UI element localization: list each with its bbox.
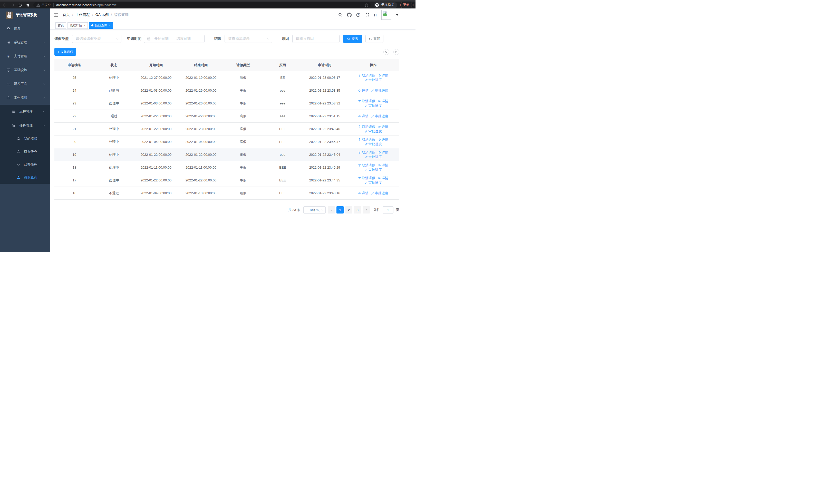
cancel-leave-link[interactable]: 取消请假 bbox=[358, 163, 375, 168]
tab-leave-query[interactable]: 请假查询 × bbox=[89, 22, 113, 29]
sidebar-collapse-icon[interactable] bbox=[54, 12, 58, 18]
reset-button[interactable]: 重置 bbox=[366, 35, 383, 43]
sidebar-item-home[interactable]: 首页 bbox=[0, 22, 50, 35]
fullscreen-icon[interactable] bbox=[365, 12, 370, 17]
chevron-down-icon bbox=[43, 41, 46, 44]
browser-menu-icon[interactable] bbox=[411, 4, 412, 7]
cancel-leave-link[interactable]: 取消请假 bbox=[358, 150, 375, 155]
approval-progress-link[interactable]: 审批进度 bbox=[371, 114, 388, 119]
url-domain[interactable]: dashboard.yudao.iocoder.cn bbox=[56, 3, 96, 7]
cancel-leave-link[interactable]: 取消请假 bbox=[358, 73, 375, 78]
cell-start: 2022-01-11 00:00:00 bbox=[134, 161, 179, 174]
next-page-button[interactable] bbox=[363, 206, 370, 213]
sidebar-item-dev-tools[interactable]: 研发工具 bbox=[0, 77, 50, 91]
detail-link[interactable]: 详情 bbox=[378, 99, 388, 103]
refresh-table-button[interactable] bbox=[394, 49, 399, 55]
tab-process-detail[interactable]: 流程详情 × bbox=[67, 22, 88, 29]
goto-page-input[interactable]: 1 bbox=[383, 206, 394, 213]
app-logo bbox=[6, 11, 13, 19]
sidebar-item-todo-tasks[interactable]: 待办任务 bbox=[0, 145, 50, 158]
approval-progress-link[interactable]: 审批进度 bbox=[365, 168, 382, 172]
approval-progress-link[interactable]: 审批进度 bbox=[365, 180, 382, 185]
cancel-leave-link[interactable]: 取消请假 bbox=[358, 124, 375, 129]
detail-link[interactable]: 详情 bbox=[378, 176, 388, 180]
detail-link[interactable]: 详情 bbox=[378, 150, 388, 155]
prev-page-button[interactable] bbox=[328, 206, 335, 213]
page-content: 请假类型 请选择请假类型 申请时间 开始日期 - 结束日期 结果 请选择流结果 bbox=[50, 30, 416, 252]
result-select[interactable]: 请选择流结果 bbox=[225, 35, 272, 43]
leave-type-select[interactable]: 请选择请假类型 bbox=[72, 35, 121, 43]
cancel-leave-link[interactable]: 取消请假 bbox=[358, 137, 375, 142]
sidebar-item-label: 首页 bbox=[14, 26, 21, 31]
font-size-icon[interactable]: tT bbox=[374, 13, 377, 17]
trash-icon bbox=[358, 74, 361, 77]
page-size-select[interactable]: 10条/页 bbox=[303, 206, 326, 213]
reason-input[interactable]: 请输入原因 bbox=[292, 35, 340, 43]
cell-start: 2022-01-04 00:00:00 bbox=[134, 136, 179, 148]
pen-icon bbox=[371, 115, 374, 118]
approval-progress-link[interactable]: 审批进度 bbox=[371, 191, 388, 196]
approval-progress-link[interactable]: 审批进度 bbox=[371, 88, 388, 93]
approval-progress-link[interactable]: 审批进度 bbox=[365, 129, 382, 134]
forward-icon[interactable] bbox=[10, 3, 15, 7]
page-button-2[interactable]: 2 bbox=[345, 206, 352, 213]
search-button[interactable]: 搜索 bbox=[343, 35, 362, 43]
detail-link[interactable]: 详情 bbox=[358, 114, 369, 119]
close-icon[interactable]: × bbox=[84, 22, 85, 29]
approval-progress-link[interactable]: 审批进度 bbox=[365, 142, 382, 147]
toggle-search-button[interactable] bbox=[383, 49, 389, 55]
update-label[interactable]: 更新 bbox=[403, 3, 409, 7]
sidebar-item-leave-query[interactable]: 请假查询 bbox=[0, 171, 50, 184]
page-button-3[interactable]: 3 bbox=[354, 206, 361, 213]
search-icon[interactable] bbox=[338, 12, 343, 17]
approval-progress-link[interactable]: 审批进度 bbox=[365, 155, 382, 159]
url-path[interactable]: /bpm/oa/leave bbox=[96, 3, 117, 7]
create-leave-button[interactable]: + 发起请假 bbox=[54, 48, 76, 56]
create-leave-label: 发起请假 bbox=[61, 50, 73, 54]
sidebar-item-done-tasks[interactable]: 已办任务 bbox=[0, 158, 50, 171]
sidebar-item-system[interactable]: 系统管理 bbox=[0, 35, 50, 49]
cancel-leave-link[interactable]: 取消请假 bbox=[358, 99, 375, 103]
sidebar-item-label: 流程管理 bbox=[19, 109, 33, 114]
detail-link[interactable]: 详情 bbox=[358, 191, 369, 196]
detail-link[interactable]: 详情 bbox=[378, 73, 388, 78]
cancel-leave-link[interactable]: 取消请假 bbox=[358, 176, 375, 180]
cell-id: 16 bbox=[54, 187, 94, 200]
sidebar-item-my-process[interactable]: 我的流程 bbox=[0, 132, 50, 145]
home-icon[interactable] bbox=[26, 3, 30, 7]
avatar-caret-icon[interactable] bbox=[396, 14, 399, 16]
tab-label: 首页 bbox=[58, 22, 64, 29]
detail-link[interactable]: 详情 bbox=[378, 137, 388, 142]
tab-home[interactable]: 首页 bbox=[55, 22, 66, 29]
cell-actions: 取消请假详情审批进度 bbox=[347, 123, 399, 136]
cell-id: 20 bbox=[54, 136, 94, 148]
back-icon[interactable] bbox=[3, 3, 7, 7]
detail-link[interactable]: 详情 bbox=[378, 163, 388, 168]
bookmark-star-icon[interactable] bbox=[365, 3, 369, 7]
avatar[interactable] bbox=[381, 10, 391, 20]
address-bar[interactable]: 不安全 dashboard.yudao.iocoder.cn/bpm/oa/le… bbox=[33, 2, 371, 8]
approval-progress-link[interactable]: 审批进度 bbox=[365, 103, 382, 108]
detail-link[interactable]: 详情 bbox=[358, 88, 369, 93]
breadcrumb-item[interactable]: 首页 bbox=[63, 12, 70, 17]
github-icon[interactable] bbox=[347, 12, 352, 17]
pagination-total: 共 23 条 bbox=[288, 208, 300, 212]
reload-icon[interactable] bbox=[18, 3, 22, 7]
browser-update-button[interactable]: 更新 bbox=[400, 2, 414, 8]
sidebar-item-task-management[interactable]: 任务管理 bbox=[0, 119, 50, 132]
help-icon[interactable]: ? bbox=[356, 12, 361, 17]
breadcrumb-item[interactable]: 工作流程 bbox=[76, 12, 90, 17]
security-label[interactable]: 不安全 bbox=[41, 3, 51, 7]
detail-link[interactable]: 详情 bbox=[378, 124, 388, 129]
sidebar-item-workflow[interactable]: 工作流程 bbox=[0, 91, 50, 105]
sidebar-item-payment[interactable]: ¥ 支付管理 bbox=[0, 49, 50, 63]
approval-progress-link[interactable]: 审批进度 bbox=[365, 78, 382, 82]
close-icon[interactable]: × bbox=[109, 22, 110, 29]
breadcrumb-item[interactable]: OA 示例 bbox=[95, 12, 109, 17]
filter-form: 请假类型 请选择请假类型 申请时间 开始日期 - 结束日期 结果 请选择流结果 bbox=[54, 35, 399, 43]
apply-time-range-picker[interactable]: 开始日期 - 结束日期 bbox=[144, 35, 204, 43]
sidebar-item-process-management[interactable]: 流程管理 bbox=[0, 105, 50, 119]
page-button-1[interactable]: 1 bbox=[337, 206, 344, 213]
refresh-icon bbox=[395, 51, 398, 53]
sidebar-item-infrastructure[interactable]: 基础设施 bbox=[0, 63, 50, 77]
